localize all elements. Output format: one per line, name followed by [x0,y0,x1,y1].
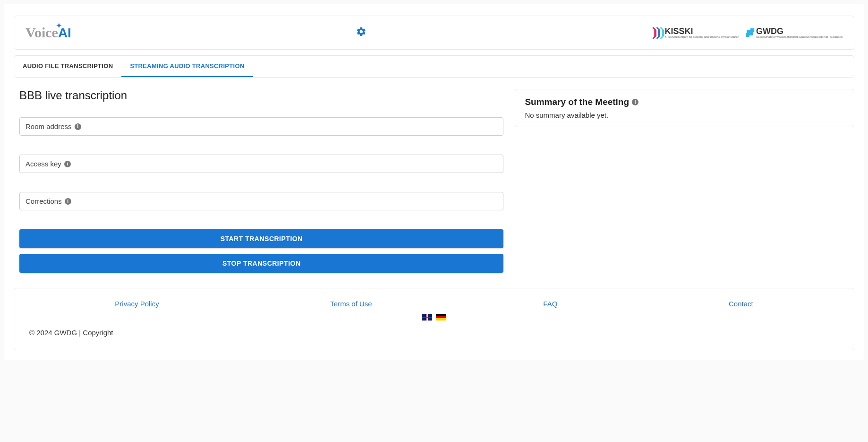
logo-text-main: Voice [26,25,58,40]
header: Voice✦AI ⦘⦘⦘ KISSKI KI-Servicezentrum fü… [14,16,854,50]
tab-audio-file[interactable]: AUDIO FILE TRANSCRIPTION [14,56,121,77]
summary-body: No summary available yet. [525,111,844,119]
page-title: BBB live transcription [19,89,503,102]
partner-logos: ⦘⦘⦘ KISSKI KI-Servicezentrum für sensibl… [651,26,842,40]
start-transcription-button[interactable]: START TRANSCRIPTION [19,229,503,248]
footer: Privacy Policy Terms of Use FAQ Contact … [14,288,854,350]
summary-column: Summary of the Meeting i No summary avai… [515,89,854,273]
kisski-logo[interactable]: ⦘⦘⦘ KISSKI KI-Servicezentrum für sensibl… [651,26,739,40]
flag-de-icon[interactable] [436,314,446,321]
corrections-input[interactable] [74,197,498,205]
info-icon[interactable]: i [65,198,71,205]
footer-link-privacy[interactable]: Privacy Policy [115,300,159,308]
kisski-sub: KI-Servicezentrum für sensible und kriti… [664,35,739,38]
form-column: BBB live transcription Room address i Ac… [19,89,503,273]
room-address-field-wrap[interactable]: Room address i [19,117,503,136]
copyright: © 2024 GWDG | Copyright [29,329,839,337]
footer-link-contact[interactable]: Contact [729,300,753,308]
language-flags [29,312,839,321]
flag-uk-icon[interactable] [422,314,432,321]
info-icon[interactable]: i [64,161,71,167]
footer-link-terms[interactable]: Terms of Use [330,300,372,308]
info-icon[interactable]: i [632,99,638,105]
room-address-label: Room address [26,122,72,130]
tab-streaming[interactable]: STREAMING AUDIO TRANSCRIPTION [121,56,253,77]
logo-text-ai: AI [58,26,71,40]
summary-card: Summary of the Meeting i No summary avai… [515,89,854,127]
app-root: Voice✦AI ⦘⦘⦘ KISSKI KI-Servicezentrum fü… [4,4,864,360]
footer-link-faq[interactable]: FAQ [543,300,557,308]
tabs: AUDIO FILE TRANSCRIPTION STREAMING AUDIO… [14,55,854,78]
footer-links: Privacy Policy Terms of Use FAQ Contact [29,300,839,308]
gwdg-logo[interactable]: GWDG Gesellschaft für wissenschaftliche … [746,27,842,38]
corrections-field-wrap[interactable]: Corrections i [19,192,503,210]
gwdg-label: GWDG [756,27,842,35]
gwdg-sub: Gesellschaft für wissenschaftliche Daten… [756,35,842,38]
stop-transcription-button[interactable]: STOP TRANSCRIPTION [19,254,503,273]
kisski-label: KISSKI [664,27,739,35]
gear-icon[interactable] [356,26,366,39]
summary-title: Summary of the Meeting [525,97,629,107]
corrections-label: Corrections [26,197,62,205]
room-address-input[interactable] [84,122,498,130]
content: BBB live transcription Room address i Ac… [4,78,864,277]
access-key-input[interactable] [74,160,498,168]
access-key-label: Access key [26,160,61,168]
info-icon[interactable]: i [75,123,81,130]
voiceai-logo: Voice✦AI [26,25,71,41]
access-key-field-wrap[interactable]: Access key i [19,155,503,173]
